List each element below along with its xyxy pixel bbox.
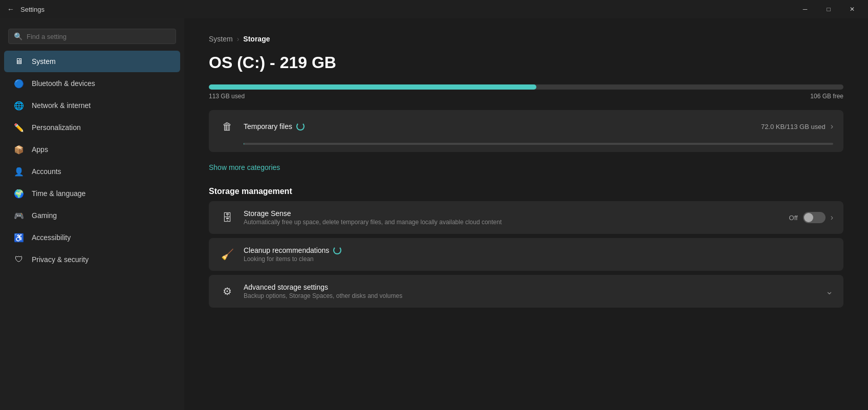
nav-icon-apps: 📦: [13, 144, 25, 155]
nav-label-network: Network & internet: [32, 101, 91, 110]
mgmt-title-advanced-storage-settings: Advanced storage settings: [244, 283, 817, 291]
category-icon-temporary-files: 🗑: [219, 118, 235, 135]
show-more-link[interactable]: Show more categories: [209, 163, 280, 171]
sidebar-item-accounts[interactable]: 👤 Accounts: [4, 161, 180, 182]
mgmt-right-storage-sense: Off: [789, 212, 833, 223]
storage-used-label: 113 GB used: [209, 93, 245, 100]
sidebar-item-accessibility[interactable]: ♿ Accessibility: [4, 227, 180, 248]
mgmt-row-storage-sense[interactable]: 🗄 Storage Sense Automatically free up sp…: [209, 201, 843, 234]
mgmt-subtitle-storage-sense: Automatically free up space, delete temp…: [244, 219, 781, 226]
mgmt-content-cleanup-recommendations: Cleanup recommendations Looking for item…: [244, 246, 825, 263]
mgmt-card-cleanup-recommendations: 🧹 Cleanup recommendations Looking for it…: [209, 238, 843, 271]
sidebar-item-privacy[interactable]: 🛡 Privacy & security: [4, 249, 180, 270]
sidebar-item-time[interactable]: 🌍 Time & language: [4, 183, 180, 204]
category-card-temporary-files: 🗑 Temporary files 72.0 KB/113 GB used: [209, 110, 843, 152]
mgmt-icon-advanced-storage-settings: ⚙: [219, 283, 235, 299]
mgmt-content-storage-sense: Storage Sense Automatically free up spac…: [244, 209, 781, 226]
breadcrumb-parent[interactable]: System: [209, 35, 233, 43]
mgmt-card-storage-sense: 🗄 Storage Sense Automatically free up sp…: [209, 201, 843, 234]
category-title-temporary-files: Temporary files: [244, 122, 753, 131]
search-input[interactable]: [27, 33, 170, 40]
chevron-down-icon-advanced-storage-settings: ⌄: [826, 286, 833, 297]
sidebar-item-network[interactable]: 🌐 Network & internet: [4, 95, 180, 116]
mgmt-icon-cleanup-recommendations: 🧹: [219, 246, 235, 263]
nav-label-personalization: Personalization: [32, 123, 81, 132]
sidebar: 🔍 🖥 System 🔵 Bluetooth & devices 🌐 Netwo…: [0, 18, 184, 410]
app-body: 🔍 🖥 System 🔵 Bluetooth & devices 🌐 Netwo…: [0, 18, 868, 410]
mgmt-row-cleanup-recommendations[interactable]: 🧹 Cleanup recommendations Looking for it…: [209, 238, 843, 271]
nav-label-time: Time & language: [32, 189, 85, 198]
toggle-storage-sense[interactable]: [803, 212, 826, 223]
search-icon: 🔍: [14, 32, 23, 40]
loading-spinner: [296, 122, 305, 131]
nav-list: 🖥 System 🔵 Bluetooth & devices 🌐 Network…: [0, 50, 184, 271]
restore-button[interactable]: □: [817, 0, 840, 18]
storage-bar-track: [209, 84, 843, 90]
mgmt-title-cleanup-recommendations: Cleanup recommendations: [244, 246, 825, 254]
category-progress-temporary-files: [209, 143, 843, 152]
content-area: System › Storage OS (C:) - 219 GB 113 GB…: [184, 18, 868, 410]
storage-bar-fill: [209, 84, 536, 90]
storage-free-label: 106 GB free: [810, 93, 843, 100]
nav-icon-privacy: 🛡: [13, 254, 25, 265]
storage-bar-labels: 113 GB used 106 GB free: [209, 93, 843, 100]
sidebar-item-gaming[interactable]: 🎮 Gaming: [4, 205, 180, 226]
nav-label-accounts: Accounts: [32, 167, 61, 176]
breadcrumb: System › Storage: [209, 35, 843, 43]
nav-label-bluetooth: Bluetooth & devices: [32, 79, 95, 88]
category-row-temporary-files[interactable]: 🗑 Temporary files 72.0 KB/113 GB used: [209, 110, 843, 143]
nav-icon-personalization: ✏️: [13, 122, 25, 133]
mgmt-row-advanced-storage-settings[interactable]: ⚙ Advanced storage settings Backup optio…: [209, 275, 843, 308]
mgmt-subtitle-advanced-storage-settings: Backup options, Storage Spaces, other di…: [244, 292, 817, 299]
category-content-temporary-files: Temporary files: [244, 122, 753, 131]
sidebar-item-apps[interactable]: 📦 Apps: [4, 139, 180, 160]
category-size-label-temporary-files: 72.0 KB/113 GB used: [761, 123, 826, 131]
breadcrumb-current: Storage: [243, 35, 270, 43]
mgmt-content-advanced-storage-settings: Advanced storage settings Backup options…: [244, 283, 817, 299]
toggle-label-storage-sense: Off: [789, 214, 798, 222]
nav-label-accessibility: Accessibility: [32, 233, 71, 242]
sidebar-item-system[interactable]: 🖥 System: [4, 51, 180, 72]
chevron-right-icon-storage-sense: [831, 213, 833, 222]
nav-icon-time: 🌍: [13, 188, 25, 199]
mgmt-title-storage-sense: Storage Sense: [244, 209, 781, 218]
sidebar-item-personalization[interactable]: ✏️ Personalization: [4, 117, 180, 138]
storage-bar-container: 113 GB used 106 GB free: [209, 84, 843, 100]
categories-list: 🗑 Temporary files 72.0 KB/113 GB used: [209, 110, 843, 152]
nav-label-apps: Apps: [32, 145, 48, 154]
titlebar: ← Settings ─ □ ✕: [0, 0, 868, 18]
mgmt-card-advanced-storage-settings: ⚙ Advanced storage settings Backup optio…: [209, 275, 843, 308]
sidebar-item-bluetooth[interactable]: 🔵 Bluetooth & devices: [4, 73, 180, 94]
mgmt-subtitle-cleanup-recommendations: Looking for items to clean: [244, 255, 825, 263]
app-title: Settings: [20, 6, 45, 13]
nav-icon-accounts: 👤: [13, 166, 25, 177]
nav-icon-system: 🖥: [13, 56, 25, 67]
loading-spinner-cleanup-recommendations: [333, 246, 341, 254]
close-button[interactable]: ✕: [840, 0, 864, 18]
toggle-thumb-storage-sense: [804, 213, 813, 222]
nav-label-privacy: Privacy & security: [32, 255, 89, 264]
management-list: 🗄 Storage Sense Automatically free up sp…: [209, 201, 843, 308]
breadcrumb-separator: ›: [237, 35, 240, 43]
nav-icon-network: 🌐: [13, 100, 25, 111]
page-title: OS (C:) - 219 GB: [209, 53, 843, 72]
storage-management-heading: Storage management: [209, 187, 843, 196]
nav-icon-gaming: 🎮: [13, 210, 25, 221]
nav-label-system: System: [32, 57, 56, 66]
window-controls: ─ □ ✕: [793, 0, 864, 18]
category-right-temporary-files: 72.0 KB/113 GB used: [761, 122, 833, 131]
minimize-button[interactable]: ─: [793, 0, 817, 18]
titlebar-left: ← Settings: [6, 5, 45, 14]
category-chevron-temporary-files: [831, 122, 833, 131]
search-box[interactable]: 🔍: [8, 29, 176, 44]
mgmt-icon-storage-sense: 🗄: [219, 209, 235, 226]
back-button[interactable]: ←: [6, 5, 15, 14]
nav-icon-accessibility: ♿: [13, 232, 25, 243]
nav-label-gaming: Gaming: [32, 211, 57, 220]
mgmt-right-advanced-storage-settings: ⌄: [826, 286, 833, 297]
nav-icon-bluetooth: 🔵: [13, 78, 25, 89]
